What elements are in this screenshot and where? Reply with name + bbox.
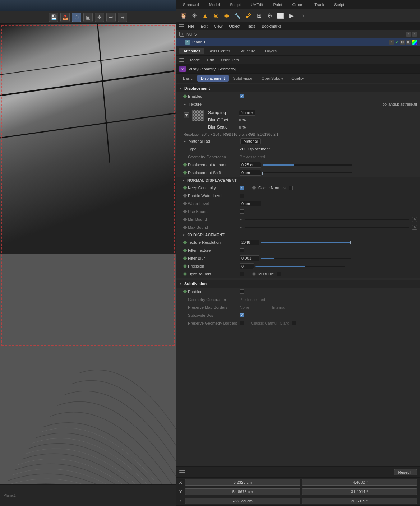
sampling-dropdown[interactable]: None ▼ [239,110,255,116]
tex-res-input[interactable]: 2048 [240,240,259,245]
tab-uvedit[interactable]: UVEdit [246,0,268,9]
tex-res-diamond[interactable] [183,240,187,244]
tab-script[interactable]: Script [329,0,349,9]
disp-amount-input[interactable]: 0.25 cm [240,162,261,168]
z-rotation-input[interactable] [302,498,417,504]
tab-sculpt[interactable]: Sculpt [225,0,246,9]
menu-view[interactable]: View [211,23,226,29]
hamburger-menu[interactable] [179,24,184,28]
menu-file[interactable]: File [185,23,197,29]
menu-edit[interactable]: Edit [198,23,211,29]
water-checkbox[interactable] [240,194,244,198]
water-level-diamond[interactable] [183,201,187,205]
filter-tex-diamond[interactable] [183,248,187,252]
cube-icon-btn[interactable]: ⬜ [276,11,286,21]
tab-layers[interactable]: Layers [260,48,281,54]
subtab-opensubdiv[interactable]: OpenSubdiv [258,75,287,82]
redo-button[interactable]: ↪ [118,13,127,22]
max-bound-diamond[interactable] [183,225,187,229]
precision-input[interactable]: 8 [240,263,254,269]
menu-tags[interactable]: Tags [244,23,258,29]
null5-icon2[interactable]: ○ [412,32,417,37]
disp-shift-diamond[interactable] [183,171,187,175]
max-bound-slider[interactable] [245,227,409,228]
tab-model[interactable]: Model [204,0,225,9]
null5-icon1[interactable]: ○ [406,32,411,37]
plane1-icon-rainbow[interactable] [412,40,417,45]
tab-paint[interactable]: Paint [268,0,287,9]
brush-icon-btn[interactable]: 🖌 [243,11,253,21]
use-bounds-checkbox[interactable] [240,209,244,214]
owl-icon-btn[interactable]: 🦉 [179,11,189,21]
tab-track[interactable]: Track [309,0,329,9]
grid-icon-btn[interactable]: ⊞ [254,11,264,21]
preserve-geom-checkbox[interactable] [240,321,244,325]
plane1-icon-circle[interactable]: ○ [389,40,394,45]
tight-bounds-diamond[interactable] [183,272,187,276]
tab-standard[interactable]: Standard [178,0,204,9]
use-bounds-diamond[interactable] [183,209,187,213]
min-bound-slider[interactable] [245,219,409,220]
select-button[interactable]: ⬡ [72,13,81,22]
multi-tile-checkbox[interactable] [277,272,281,276]
classic-catmull-checkbox[interactable] [292,321,296,325]
subdiv-enabled-checkbox[interactable] [240,289,244,294]
keep-cont-checkbox[interactable] [240,186,244,190]
filter-blur-slider[interactable] [261,258,351,259]
sun-icon-btn[interactable]: ☀ [189,11,199,21]
displacement-section-header[interactable]: ▼ Displacement [176,84,420,92]
undo-button[interactable]: ↩ [106,13,116,22]
tab-structure[interactable]: Structure [235,48,260,54]
tight-bounds-checkbox[interactable] [240,272,244,276]
y-rotation-input[interactable] [302,488,417,495]
subtab-subdivision[interactable]: Subdivision [230,75,257,82]
mode-btn-edit[interactable]: Edit [206,57,216,63]
reset-transform-btn[interactable]: Reset Tr [394,469,417,475]
normal-displacement-header[interactable]: ▼ NORMAL DISPLACEMENT [176,177,420,184]
plane1-icon-gray2[interactable]: ◧ [406,40,411,45]
menu-bookmarks[interactable]: Bookmarks [259,23,284,29]
disp-amount-diamond[interactable] [183,163,187,167]
subtab-quality[interactable]: Quality [288,75,307,82]
object-row-null5[interactable]: N Null.5 ○ ○ [176,30,420,38]
cone-icon-btn[interactable]: ▲ [200,11,210,21]
mode-btn-userdata[interactable]: User Data [220,57,241,63]
precision-diamond[interactable] [183,264,187,268]
texture-expand[interactable]: ▶ [184,103,187,106]
menu-object[interactable]: Object [226,23,243,29]
circle-icon-btn[interactable]: ○ [297,11,307,21]
subdivision-section-header[interactable]: ▼ Subdivision [176,280,420,288]
max-bound-edit[interactable]: ✎ [412,225,417,230]
tex-res-slider[interactable] [261,242,351,243]
2d-displacement-header[interactable]: ▼ 2D DISPLACEMENT [176,231,420,238]
tab-groom[interactable]: Groom [287,0,310,9]
donut-icon-btn[interactable]: ◉ [211,11,221,21]
y-position-input[interactable] [185,488,300,495]
cache-normals-diamond[interactable] [252,186,256,190]
precision-slider[interactable] [255,266,345,267]
mode-btn-mode[interactable]: Mode [189,57,202,63]
multi-tile-diamond[interactable] [252,272,256,276]
wrench-icon-btn[interactable]: 🔧 [232,11,243,21]
plane1-icon-gray1[interactable]: ◧ [400,40,405,45]
disp-amount-slider[interactable] [263,164,352,166]
x-position-input[interactable] [185,479,300,486]
subtab-basic[interactable]: Basic [179,75,196,82]
status-hamburger[interactable] [179,470,185,474]
subdiv-enabled-diamond[interactable] [183,289,187,293]
z-position-input[interactable] [185,498,300,504]
min-bound-diamond[interactable] [183,217,187,221]
subdiv-uvs-checkbox[interactable] [240,313,244,317]
tab-axis-center[interactable]: Axis Center [205,48,234,54]
filter-blur-diamond[interactable] [183,256,187,260]
export-button[interactable]: 📤 [60,13,70,22]
water-diamond[interactable] [183,194,187,198]
view-button[interactable]: ▣ [83,13,93,22]
tab-attributes[interactable]: Attributes [179,48,204,54]
min-bound-edit[interactable]: ✎ [412,217,417,222]
cache-normals-checkbox[interactable] [289,186,293,190]
water-level-input[interactable]: 0 cm [240,201,261,206]
x-rotation-input[interactable] [302,479,417,486]
disp-shift-slider[interactable] [263,172,352,173]
keep-cont-diamond[interactable] [183,186,187,190]
